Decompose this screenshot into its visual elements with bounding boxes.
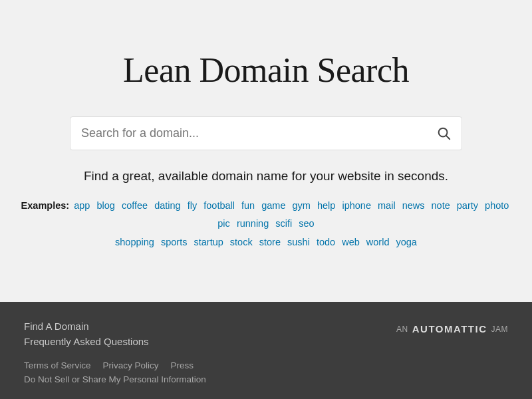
- example-link[interactable]: blog: [96, 200, 114, 211]
- examples-label: Examples:: [21, 200, 70, 211]
- example-link[interactable]: running: [237, 218, 269, 229]
- main-content: Lean Domain Search Find a great, availab…: [0, 0, 532, 302]
- example-link[interactable]: pic: [217, 218, 230, 229]
- example-link[interactable]: sushi: [287, 237, 310, 247]
- footer-nav-primary: Find A Domain Frequently Asked Questions: [24, 321, 149, 347]
- example-link[interactable]: todo: [317, 237, 335, 247]
- tagline: Find a great, available domain name for …: [84, 169, 448, 184]
- search-button[interactable]: [426, 118, 462, 148]
- example-link[interactable]: football: [203, 200, 235, 211]
- example-link[interactable]: photo: [485, 200, 509, 211]
- example-link[interactable]: startup: [194, 237, 223, 247]
- example-link[interactable]: gym: [293, 200, 311, 211]
- example-link[interactable]: party: [457, 200, 478, 211]
- privacy-policy-link[interactable]: Privacy Policy: [103, 360, 159, 370]
- example-link[interactable]: seo: [299, 218, 314, 229]
- search-icon: [436, 126, 451, 140]
- example-link[interactable]: store: [259, 237, 281, 247]
- search-input[interactable]: [70, 117, 426, 150]
- press-link[interactable]: Press: [171, 360, 194, 370]
- example-link[interactable]: yoga: [396, 237, 416, 247]
- example-link[interactable]: app: [74, 200, 90, 211]
- automattic-badge: AN AUTOMATTIC JAM: [396, 323, 508, 334]
- find-domain-link[interactable]: Find A Domain: [24, 321, 149, 332]
- example-link[interactable]: coffee: [122, 200, 148, 211]
- example-link[interactable]: help: [317, 200, 335, 211]
- example-link[interactable]: mail: [378, 200, 396, 211]
- svg-line-1: [446, 136, 450, 139]
- example-link[interactable]: note: [432, 200, 450, 211]
- example-link[interactable]: world: [366, 237, 390, 247]
- faq-link[interactable]: Frequently Asked Questions: [24, 336, 149, 347]
- automattic-logo: AUTOMATTIC: [412, 323, 487, 334]
- example-link[interactable]: dating: [154, 200, 181, 211]
- footer-bottom: Terms of Service Privacy Policy Press: [24, 360, 508, 370]
- example-link[interactable]: game: [261, 200, 285, 211]
- jam-text: JAM: [491, 325, 509, 334]
- example-link[interactable]: shopping: [115, 237, 154, 247]
- example-link[interactable]: sports: [161, 237, 188, 247]
- example-link[interactable]: web: [342, 237, 360, 247]
- footer: Find A Domain Frequently Asked Questions…: [0, 302, 532, 399]
- examples-links: app blog coffee dating fly football fun …: [72, 200, 511, 247]
- footer-bottom-second: Do Not Sell or Share My Personal Informa…: [24, 374, 508, 384]
- example-link[interactable]: news: [402, 200, 425, 211]
- examples-row: Examples: app blog coffee dating fly foo…: [13, 197, 519, 252]
- search-box: [70, 116, 462, 150]
- example-link[interactable]: stock: [230, 237, 253, 247]
- site-title: Lean Domain Search: [123, 51, 409, 90]
- do-not-sell-link[interactable]: Do Not Sell or Share My Personal Informa…: [24, 374, 206, 384]
- example-link[interactable]: fun: [241, 200, 255, 211]
- example-link[interactable]: iphone: [342, 200, 371, 211]
- example-link[interactable]: scifi: [275, 218, 292, 229]
- terms-of-service-link[interactable]: Terms of Service: [24, 360, 91, 370]
- search-container: [70, 116, 462, 150]
- example-link[interactable]: fly: [188, 200, 198, 211]
- automattic-prefix: AN: [396, 325, 408, 334]
- footer-top: Find A Domain Frequently Asked Questions…: [24, 321, 508, 347]
